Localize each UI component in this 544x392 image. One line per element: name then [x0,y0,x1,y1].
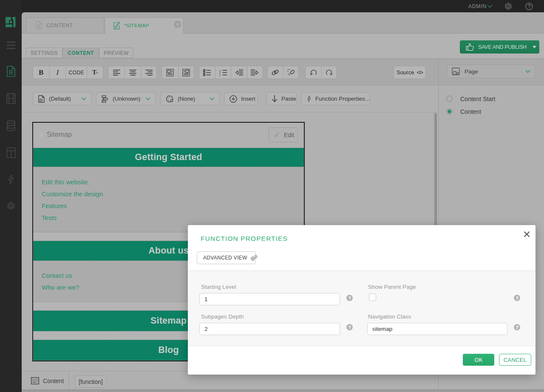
svg-text:3: 3 [219,73,221,76]
